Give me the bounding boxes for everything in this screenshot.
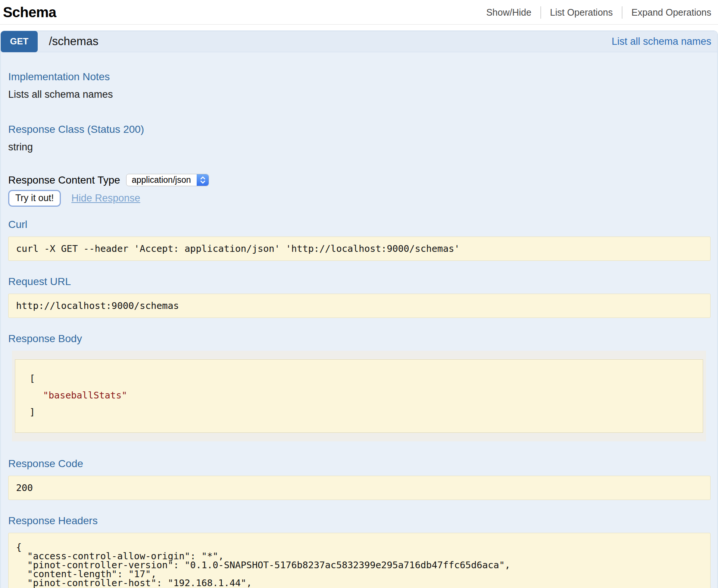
response-headers-json: { "access-control-allow-origin": "*", "p… <box>8 533 711 588</box>
response-body-container: [ "baseballStats" ] <box>12 351 706 441</box>
endpoint-path-link[interactable]: /schemas <box>49 35 99 48</box>
hide-response-link[interactable]: Hide Response <box>71 193 140 204</box>
json-string-value: "baseballStats" <box>29 387 689 404</box>
curl-heading: Curl <box>8 219 711 231</box>
get-schemas-operation: GET /schemas List all schema names Imple… <box>0 31 718 588</box>
curl-command: curl -X GET --header 'Accept: applicatio… <box>8 237 711 261</box>
http-method-badge: GET <box>1 31 38 52</box>
operation-heading-bar: GET /schemas List all schema names <box>1 31 717 52</box>
response-headers-heading: Response Headers <box>8 515 711 527</box>
selected-content-type: application/json <box>127 174 197 186</box>
response-class-type: string <box>8 141 711 153</box>
request-url-value: http://localhost:9000/schemas <box>8 294 711 318</box>
implementation-notes-text: Lists all schema names <box>8 89 711 100</box>
json-close-bracket: ] <box>29 404 689 420</box>
response-class-heading: Response Class (Status 200) <box>8 123 711 135</box>
page-title: Schema <box>3 4 56 21</box>
show-hide-link[interactable]: Show/Hide <box>477 6 540 19</box>
endpoint-summary-link[interactable]: List all schema names <box>612 36 711 47</box>
expand-operations-link[interactable]: Expand Operations <box>622 6 714 19</box>
response-content-type-select[interactable]: application/json <box>126 174 209 186</box>
resource-header: Schema Show/Hide List Operations Expand … <box>0 0 718 25</box>
response-body-heading: Response Body <box>8 333 711 345</box>
response-code-heading: Response Code <box>8 458 711 470</box>
resource-toolbar: Show/Hide List Operations Expand Operati… <box>477 6 714 19</box>
implementation-notes-heading: Implementation Notes <box>8 71 711 83</box>
response-content-type-label: Response Content Type <box>8 174 120 186</box>
json-open-bracket: [ <box>29 370 689 387</box>
try-it-out-button[interactable]: Try it out! <box>8 190 61 207</box>
try-it-out-row: Try it out! Hide Response <box>8 190 711 207</box>
request-url-heading: Request URL <box>8 276 711 288</box>
select-chevrons-icon <box>197 174 209 186</box>
operation-content: Implementation Notes Lists all schema na… <box>1 52 717 588</box>
response-content-type-row: Response Content Type application/json <box>8 174 711 186</box>
response-code-value: 200 <box>8 476 711 500</box>
list-operations-link[interactable]: List Operations <box>540 6 622 19</box>
response-body-json: [ "baseballStats" ] <box>15 359 703 433</box>
